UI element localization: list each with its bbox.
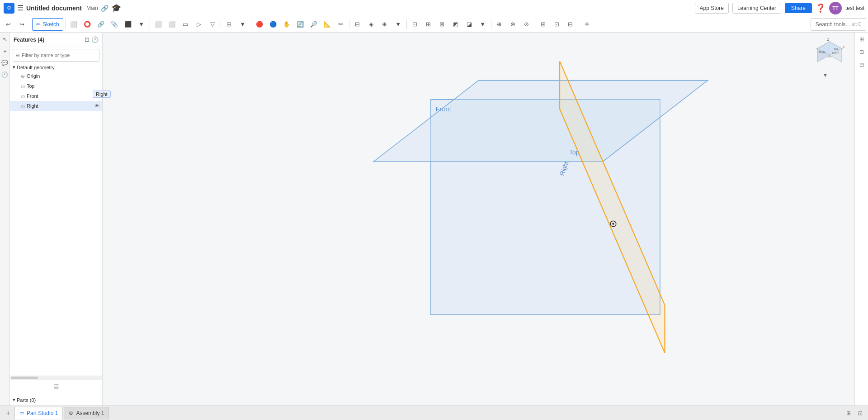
tb-icon-1[interactable]: ⬜ [67, 18, 80, 31]
tb-icon-13[interactable]: ▼ [236, 18, 249, 31]
redo-button[interactable]: ↪ [15, 18, 28, 31]
filter-input[interactable] [22, 52, 96, 58]
toolbar-separator-2 [65, 19, 66, 29]
features-icon-2[interactable]: 🕐 [91, 36, 99, 43]
right-panel-btn-1[interactable]: ⊞ [857, 34, 867, 44]
comment-btn[interactable]: 💬 [1, 59, 9, 67]
toolbar: ↩ ↪ ✏ Sketch ⬜ ⭕ 🔗 📎 ⬛ ▼ ⬜ ⬜ ▭ ▷ ▽ ⊞ ▼ 🔴… [0, 16, 868, 33]
tb-icon-15[interactable]: 🔵 [267, 18, 279, 31]
tb-icon-10[interactable]: ▷ [193, 18, 205, 31]
tb-icon-32[interactable]: ⊗ [507, 18, 519, 31]
bottom-tabs: + ▭ Part Studio 1 ⚙ Assembly 1 ⊞ ⊡ [0, 406, 868, 420]
tb-icon-25[interactable]: ⊡ [409, 18, 421, 31]
tb-icon-21[interactable]: ⊟ [351, 18, 364, 31]
app-store-button[interactable]: App Store [695, 3, 729, 14]
tb-icon-19[interactable]: 📐 [321, 18, 334, 31]
tb-icon-33[interactable]: ⊘ [520, 18, 533, 31]
assembly-tab-icon: ⚙ [69, 410, 73, 416]
cube-x-label: X [843, 45, 845, 48]
tb-icon-20[interactable]: ✂ [335, 18, 347, 31]
topbar: O ☰ Untitled document Main 🔗 🎓 App Store… [0, 0, 868, 16]
tb-icon-4[interactable]: 📎 [108, 18, 121, 31]
graduate-icon[interactable]: 🎓 [111, 3, 121, 13]
user-avatar[interactable]: TT [829, 2, 842, 14]
front-plane-item[interactable]: ▭ Front [10, 91, 102, 101]
origin-item[interactable]: ⊕ Origin [10, 71, 102, 81]
history-btn[interactable]: 🕐 [1, 71, 9, 79]
tb-icon-9[interactable]: ▭ [179, 18, 192, 31]
help-button[interactable]: ❓ [816, 3, 826, 13]
tb-icon-26[interactable]: ⊞ [422, 18, 435, 31]
part-studio-tab[interactable]: ▭ Part Studio 1 [14, 407, 63, 420]
cube-z-label: Z [827, 38, 830, 41]
tb-icon-3[interactable]: 🔗 [94, 18, 107, 31]
sketch-label: Sketch [42, 21, 59, 28]
bottom-icon-1[interactable]: ⊞ [844, 408, 854, 418]
part-studio-tab-label: Part Studio 1 [27, 410, 58, 416]
sketch-button[interactable]: ✏ Sketch [32, 18, 63, 31]
bottom-icon-2[interactable]: ⊡ [855, 408, 865, 418]
search-tools-button[interactable]: Search tools... alt C [811, 18, 866, 31]
tb-icon-31[interactable]: ⊕ [493, 18, 506, 31]
tb-icon-6[interactable]: ▼ [135, 18, 148, 31]
onshape-logo[interactable]: O [4, 3, 14, 14]
tb-icon-27[interactable]: ⊠ [436, 18, 448, 31]
features-header: Features (4) ⊡ 🕐 [10, 33, 102, 47]
tb-icon-5[interactable]: ⬛ [122, 18, 134, 31]
add-feature-btn[interactable]: ＋ [1, 47, 9, 55]
toolbar-separator-9 [535, 19, 535, 29]
right-panel-btn-2[interactable]: ⊡ [857, 47, 867, 57]
tb-icon-7[interactable]: ⬜ [152, 18, 165, 31]
tb-icon-28[interactable]: ◩ [449, 18, 462, 31]
tb-icon-36[interactable]: ⊟ [564, 18, 577, 31]
tb-icon-24[interactable]: ▼ [392, 18, 405, 31]
tb-icon-34[interactable]: ⊞ [537, 18, 550, 31]
pointer-tool[interactable]: ↖ [1, 35, 9, 43]
sketch-icon: ✏ [36, 21, 41, 28]
tb-icon-8[interactable]: ⬜ [165, 18, 178, 31]
tb-icon-2[interactable]: ⭕ [81, 18, 94, 31]
tb-icon-37[interactable]: ✛ [581, 18, 594, 31]
right-plane-item[interactable]: ▭ Right 👁 [10, 101, 102, 111]
tb-icon-35[interactable]: ⊡ [551, 18, 563, 31]
top-plane-item[interactable]: ▭ Top [10, 81, 102, 91]
eye-icon[interactable]: 👁 [94, 103, 99, 109]
hamburger-menu[interactable]: ☰ [17, 4, 24, 12]
right-panel-btn-3[interactable]: ⊟ [857, 60, 867, 70]
features-icon-1[interactable]: ⊡ [85, 36, 90, 43]
view-cube-svg: Z X Front Top Right [809, 37, 850, 78]
search-tools-label: Search tools... [816, 21, 850, 28]
parts-chevron: ▾ [13, 397, 15, 403]
part-studio-tab-icon: ▭ [19, 410, 24, 416]
learning-center-button[interactable]: Learning Center [732, 3, 781, 14]
document-title: Untitled document [26, 5, 82, 12]
default-geometry-header[interactable]: ▾ Default geometry [10, 63, 102, 71]
planes-canvas: Front Top Right [103, 33, 854, 406]
assembly-tab[interactable]: ⚙ Assembly 1 [64, 407, 109, 420]
link-icon[interactable]: 🔗 [101, 5, 108, 12]
tb-icon-11[interactable]: ▽ [206, 18, 219, 31]
origin-icon: ⊕ [21, 73, 25, 79]
parts-header[interactable]: ▾ Parts (0) [10, 396, 102, 404]
left-vertical-bar: ↖ ＋ 💬 🕐 [0, 33, 10, 406]
share-button[interactable]: Share [785, 3, 812, 13]
view-cube[interactable]: Z X Front Top Right ▼ [809, 37, 850, 78]
tb-icon-22[interactable]: ◈ [365, 18, 377, 31]
cube-controls: ▼ [823, 72, 828, 78]
tb-icon-16[interactable]: ✋ [280, 18, 293, 31]
tb-icon-29[interactable]: ◪ [463, 18, 476, 31]
tb-icon-30[interactable]: ▼ [476, 18, 489, 31]
tb-icon-12[interactable]: ⊞ [223, 18, 236, 31]
collapse-list-button[interactable]: ☰ [53, 383, 59, 391]
origin-label: Origin [27, 73, 40, 79]
cube-dropdown-btn[interactable]: ▼ [823, 72, 828, 78]
tb-icon-23[interactable]: ⊕ [378, 18, 391, 31]
tb-icon-17[interactable]: 🔄 [294, 18, 307, 31]
tb-icon-18[interactable]: 🔎 [307, 18, 320, 31]
add-tab-button[interactable]: + [3, 408, 14, 419]
tb-icon-14[interactable]: 🔴 [253, 18, 266, 31]
toolbar-separator-5 [251, 19, 251, 29]
viewport[interactable]: Front Top Right [103, 33, 854, 406]
undo-button[interactable]: ↩ [2, 18, 14, 31]
horizontal-scrollbar[interactable] [10, 376, 102, 379]
